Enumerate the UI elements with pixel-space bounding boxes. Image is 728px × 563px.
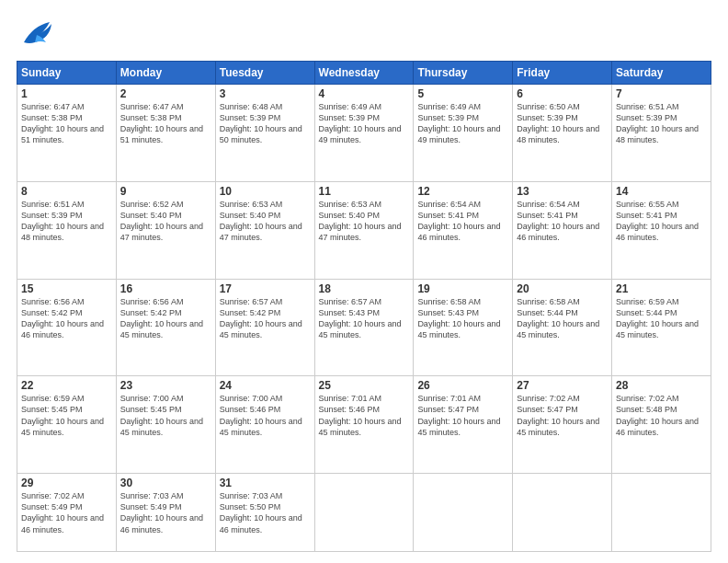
day-info: Sunrise: 6:47 AMSunset: 5:38 PMDaylight:… — [120, 101, 211, 146]
day-info: Sunrise: 6:50 AMSunset: 5:39 PMDaylight:… — [517, 101, 608, 146]
calendar-week-row: 22Sunrise: 6:59 AMSunset: 5:45 PMDayligh… — [17, 376, 711, 474]
calendar-header-row: Sunday Monday Tuesday Wednesday Thursday… — [17, 62, 711, 85]
logo-bird-icon — [17, 17, 57, 53]
table-row — [414, 474, 513, 552]
table-row: 21Sunrise: 6:59 AMSunset: 5:44 PMDayligh… — [612, 279, 711, 376]
day-info: Sunrise: 6:49 AMSunset: 5:39 PMDaylight:… — [417, 101, 508, 146]
col-friday: Friday — [513, 62, 612, 85]
day-number: 4 — [319, 87, 410, 100]
day-info: Sunrise: 6:53 AMSunset: 5:40 PMDaylight:… — [220, 199, 311, 244]
table-row: 10Sunrise: 6:53 AMSunset: 5:40 PMDayligh… — [215, 181, 314, 279]
table-row: 16Sunrise: 6:56 AMSunset: 5:42 PMDayligh… — [116, 279, 215, 376]
page: Sunday Monday Tuesday Wednesday Thursday… — [0, 0, 728, 563]
day-info: Sunrise: 6:48 AMSunset: 5:39 PMDaylight:… — [220, 101, 311, 146]
col-monday: Monday — [116, 62, 215, 85]
table-row: 1Sunrise: 6:47 AMSunset: 5:38 PMDaylight… — [17, 85, 117, 182]
day-info: Sunrise: 7:00 AMSunset: 5:46 PMDaylight:… — [220, 393, 311, 438]
day-info: Sunrise: 6:49 AMSunset: 5:39 PMDaylight:… — [319, 101, 410, 146]
day-number: 8 — [21, 185, 112, 198]
day-number: 26 — [417, 379, 508, 392]
day-info: Sunrise: 6:57 AMSunset: 5:43 PMDaylight:… — [319, 296, 410, 341]
header — [17, 17, 711, 53]
table-row: 24Sunrise: 7:00 AMSunset: 5:46 PMDayligh… — [215, 376, 314, 474]
table-row: 22Sunrise: 6:59 AMSunset: 5:45 PMDayligh… — [17, 376, 117, 474]
day-number: 5 — [417, 87, 508, 100]
table-row: 6Sunrise: 6:50 AMSunset: 5:39 PMDaylight… — [513, 85, 612, 182]
table-row: 23Sunrise: 7:00 AMSunset: 5:45 PMDayligh… — [116, 376, 215, 474]
day-info: Sunrise: 7:03 AMSunset: 5:50 PMDaylight:… — [220, 490, 311, 535]
day-number: 20 — [517, 282, 608, 295]
day-info: Sunrise: 6:55 AMSunset: 5:41 PMDaylight:… — [616, 199, 707, 244]
table-row: 31Sunrise: 7:03 AMSunset: 5:50 PMDayligh… — [215, 474, 314, 552]
day-number: 21 — [616, 282, 707, 295]
table-row: 11Sunrise: 6:53 AMSunset: 5:40 PMDayligh… — [314, 181, 414, 279]
day-number: 1 — [21, 87, 112, 100]
day-number: 7 — [616, 87, 707, 100]
calendar-week-row: 15Sunrise: 6:56 AMSunset: 5:42 PMDayligh… — [17, 279, 711, 376]
day-number: 17 — [220, 282, 311, 295]
day-number: 2 — [120, 87, 211, 100]
table-row: 2Sunrise: 6:47 AMSunset: 5:38 PMDaylight… — [116, 85, 215, 182]
day-info: Sunrise: 6:47 AMSunset: 5:38 PMDaylight:… — [21, 101, 112, 146]
calendar: Sunday Monday Tuesday Wednesday Thursday… — [17, 61, 711, 552]
table-row: 18Sunrise: 6:57 AMSunset: 5:43 PMDayligh… — [314, 279, 414, 376]
table-row: 15Sunrise: 6:56 AMSunset: 5:42 PMDayligh… — [17, 279, 117, 376]
table-row: 4Sunrise: 6:49 AMSunset: 5:39 PMDaylight… — [314, 85, 414, 182]
day-info: Sunrise: 6:53 AMSunset: 5:40 PMDaylight:… — [319, 199, 410, 244]
table-row: 12Sunrise: 6:54 AMSunset: 5:41 PMDayligh… — [414, 181, 513, 279]
day-number: 28 — [616, 379, 707, 392]
day-number: 22 — [21, 379, 112, 392]
day-number: 24 — [220, 379, 311, 392]
day-number: 16 — [120, 282, 211, 295]
day-number: 14 — [616, 185, 707, 198]
col-wednesday: Wednesday — [314, 62, 414, 85]
table-row: 27Sunrise: 7:02 AMSunset: 5:47 PMDayligh… — [513, 376, 612, 474]
day-number: 6 — [517, 87, 608, 100]
table-row: 17Sunrise: 6:57 AMSunset: 5:42 PMDayligh… — [215, 279, 314, 376]
logo — [17, 17, 61, 53]
day-info: Sunrise: 6:51 AMSunset: 5:39 PMDaylight:… — [616, 101, 707, 146]
table-row: 26Sunrise: 7:01 AMSunset: 5:47 PMDayligh… — [414, 376, 513, 474]
day-number: 9 — [120, 185, 211, 198]
col-thursday: Thursday — [414, 62, 513, 85]
table-row: 13Sunrise: 6:54 AMSunset: 5:41 PMDayligh… — [513, 181, 612, 279]
table-row: 9Sunrise: 6:52 AMSunset: 5:40 PMDaylight… — [116, 181, 215, 279]
table-row — [612, 474, 711, 552]
day-info: Sunrise: 7:02 AMSunset: 5:47 PMDaylight:… — [517, 393, 608, 438]
day-info: Sunrise: 7:02 AMSunset: 5:49 PMDaylight:… — [21, 490, 112, 535]
col-saturday: Saturday — [612, 62, 711, 85]
calendar-week-row: 29Sunrise: 7:02 AMSunset: 5:49 PMDayligh… — [17, 474, 711, 552]
calendar-week-row: 8Sunrise: 6:51 AMSunset: 5:39 PMDaylight… — [17, 181, 711, 279]
day-number: 10 — [220, 185, 311, 198]
col-tuesday: Tuesday — [215, 62, 314, 85]
table-row: 14Sunrise: 6:55 AMSunset: 5:41 PMDayligh… — [612, 181, 711, 279]
day-info: Sunrise: 7:03 AMSunset: 5:49 PMDaylight:… — [120, 490, 211, 535]
day-info: Sunrise: 6:51 AMSunset: 5:39 PMDaylight:… — [21, 199, 112, 244]
day-info: Sunrise: 6:56 AMSunset: 5:42 PMDaylight:… — [120, 296, 211, 341]
day-number: 31 — [220, 477, 311, 489]
table-row: 3Sunrise: 6:48 AMSunset: 5:39 PMDaylight… — [215, 85, 314, 182]
day-number: 29 — [21, 477, 112, 489]
day-number: 19 — [417, 282, 508, 295]
day-info: Sunrise: 6:59 AMSunset: 5:45 PMDaylight:… — [21, 393, 112, 438]
day-info: Sunrise: 6:57 AMSunset: 5:42 PMDaylight:… — [220, 296, 311, 341]
day-number: 3 — [220, 87, 311, 100]
day-info: Sunrise: 6:54 AMSunset: 5:41 PMDaylight:… — [417, 199, 508, 244]
table-row: 7Sunrise: 6:51 AMSunset: 5:39 PMDaylight… — [612, 85, 711, 182]
table-row: 28Sunrise: 7:02 AMSunset: 5:48 PMDayligh… — [612, 376, 711, 474]
col-sunday: Sunday — [17, 62, 117, 85]
table-row — [314, 474, 414, 552]
day-info: Sunrise: 6:54 AMSunset: 5:41 PMDaylight:… — [517, 199, 608, 244]
day-info: Sunrise: 7:02 AMSunset: 5:48 PMDaylight:… — [616, 393, 707, 438]
table-row: 5Sunrise: 6:49 AMSunset: 5:39 PMDaylight… — [414, 85, 513, 182]
day-number: 12 — [417, 185, 508, 198]
day-info: Sunrise: 6:58 AMSunset: 5:43 PMDaylight:… — [417, 296, 508, 341]
day-number: 18 — [319, 282, 410, 295]
calendar-week-row: 1Sunrise: 6:47 AMSunset: 5:38 PMDaylight… — [17, 85, 711, 182]
table-row: 30Sunrise: 7:03 AMSunset: 5:49 PMDayligh… — [116, 474, 215, 552]
table-row: 8Sunrise: 6:51 AMSunset: 5:39 PMDaylight… — [17, 181, 117, 279]
day-info: Sunrise: 6:56 AMSunset: 5:42 PMDaylight:… — [21, 296, 112, 341]
day-number: 13 — [517, 185, 608, 198]
table-row — [513, 474, 612, 552]
table-row: 19Sunrise: 6:58 AMSunset: 5:43 PMDayligh… — [414, 279, 513, 376]
